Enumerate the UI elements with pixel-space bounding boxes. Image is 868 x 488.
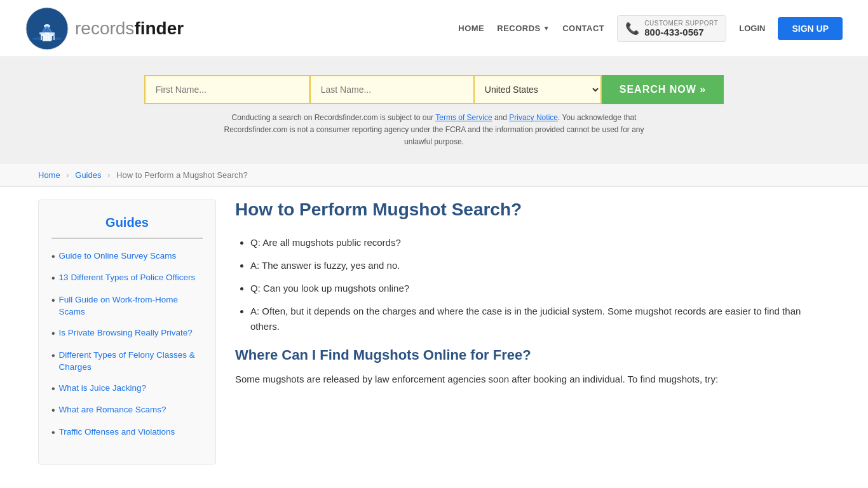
list-item: 13 Different Types of Police Officers [51,272,203,285]
sidebar-list: Guide to Online Survey Scams 13 Differen… [51,250,203,440]
list-item: Is Private Browsing Really Private? [51,327,203,341]
list-item: Guide to Online Survey Scams [51,250,203,264]
breadcrumb-sep-1: › [66,170,69,180]
list-item: Traffic Offenses and Violations [51,426,203,440]
chevron-down-icon: ▼ [543,25,550,32]
list-item: Full Guide on Work-from-Home Scams [51,294,203,318]
search-button[interactable]: SEARCH NOW » [602,75,724,104]
terms-link[interactable]: Terms of Service [435,113,492,122]
breadcrumb: Home › Guides › How to Perform a Mugshot… [0,164,868,187]
breadcrumb-guides[interactable]: Guides [75,170,101,180]
sidebar-link-felony[interactable]: Different Types of Felony Classes & Char… [59,349,203,374]
privacy-link[interactable]: Privacy Notice [509,113,558,122]
main-nav: HOME RECORDS ▼ CONTACT 📞 CUSTOMER SUPPOR… [458,15,843,42]
nav-records[interactable]: RECORDS ▼ [497,24,550,33]
nav-contact[interactable]: CONTACT [562,24,604,33]
svg-rect-9 [46,34,47,40]
logo-icon [25,7,69,50]
logo-text: recordsfinder [75,18,184,39]
sidebar-link-police[interactable]: 13 Different Types of Police Officers [59,272,196,284]
breadcrumb-sep-2: › [107,170,110,180]
customer-support: 📞 CUSTOMER SUPPORT 800-433-0567 [617,15,726,42]
breadcrumb-home[interactable]: Home [38,170,60,180]
sidebar-link-romance[interactable]: What are Romance Scams? [59,404,166,416]
signup-button[interactable]: SIGN UP [778,17,843,40]
sidebar-link-juice[interactable]: What is Juice Jacking? [59,383,146,395]
svg-rect-10 [48,34,50,40]
phone-icon: 📞 [625,22,639,36]
country-select[interactable]: United States [475,75,602,104]
login-button[interactable]: LOGIN [739,24,765,33]
sidebar-title: Guides [51,215,203,230]
svg-rect-7 [41,34,42,40]
svg-rect-12 [53,34,55,40]
breadcrumb-current: How to Perform a Mugshot Search? [116,170,248,180]
article-section2-text: Some mugshots are released by law enforc… [235,371,830,388]
phone-number[interactable]: 800-433-0567 [644,27,718,37]
first-name-input[interactable] [144,75,309,104]
site-header: recordsfinder HOME RECORDS ▼ CONTACT 📞 C… [0,0,868,57]
nav-home[interactable]: HOME [458,24,484,33]
list-item: What are Romance Scams? [51,404,203,417]
article-title: How to Perform Mugshot Search? [235,200,830,220]
logo[interactable]: recordsfinder [25,7,184,50]
search-form: United States SEARCH NOW » [0,75,868,104]
sidebar-link-survey[interactable]: Guide to Online Survey Scams [59,250,177,262]
list-item: Different Types of Felony Classes & Char… [51,349,203,374]
svg-rect-8 [43,34,44,40]
sidebar-link-private[interactable]: Is Private Browsing Really Private? [59,327,193,339]
sidebar-link-traffic[interactable]: Traffic Offenses and Violations [59,426,175,438]
last-name-input[interactable] [309,75,475,104]
faq-item-1: Q: Are all mugshots public records? [250,235,830,250]
article-section2-title: Where Can I Find Mugshots Online for Fre… [235,347,830,363]
sidebar-divider [51,238,203,239]
support-label: CUSTOMER SUPPORT [644,20,718,27]
article: How to Perform Mugshot Search? Q: Are al… [235,200,830,464]
search-section: United States SEARCH NOW » Conducting a … [0,57,868,164]
main-content: Guides Guide to Online Survey Scams 13 D… [0,187,868,477]
faq-item-4: A: Often, but it depends on the charges … [250,304,830,334]
sidebar-link-wfh[interactable]: Full Guide on Work-from-Home Scams [59,294,203,318]
faq-item-3: Q: Can you look up mugshots online? [250,281,830,296]
svg-rect-11 [51,34,52,40]
list-item: What is Juice Jacking? [51,383,203,396]
faq-list: Q: Are all mugshots public records? A: T… [235,235,830,334]
sidebar: Guides Guide to Online Survey Scams 13 D… [38,200,216,464]
faq-item-2: A: The answer is fuzzy, yes and no. [250,258,830,273]
search-disclaimer: Conducting a search on Recordsfinder.com… [212,112,656,149]
